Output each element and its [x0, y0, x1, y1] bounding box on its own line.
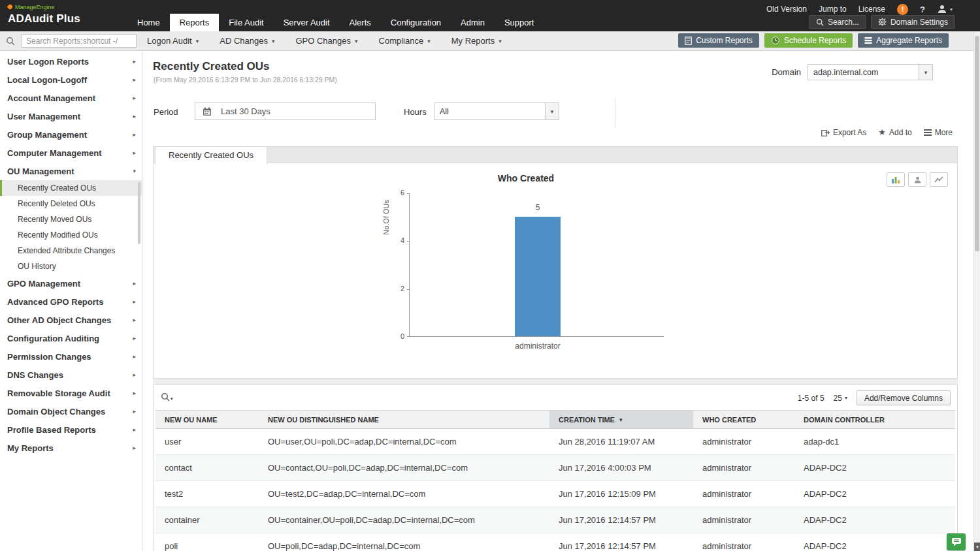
notification-icon[interactable]: ! — [897, 4, 908, 15]
nav-tab-reports[interactable]: Reports — [170, 14, 220, 31]
sidebar-item-removable-storage-audit[interactable]: Removable Storage Audit▸ — [0, 384, 142, 402]
sidebar-item-my-reports[interactable]: My Reports▸ — [0, 439, 142, 457]
sidebar-item-profile-based-reports[interactable]: Profile Based Reports▸ — [0, 420, 142, 439]
add-to-link[interactable]: ★ Add to — [878, 127, 911, 137]
sidebar-item-user-management[interactable]: User Management▸ — [0, 107, 142, 125]
sidebar-item-account-management[interactable]: Account Management▸ — [0, 89, 142, 107]
sidebar-subitem-ou-history[interactable]: OU History — [0, 259, 142, 274]
chart-title: Who Created — [395, 173, 657, 183]
table-search-button[interactable]: ▾ — [161, 392, 173, 401]
jump-to-link[interactable]: Jump to — [819, 5, 847, 14]
sidebar-item-domain-object-changes[interactable]: Domain Object Changes▸ — [0, 402, 142, 420]
custom-reports-label: Custom Reports — [696, 36, 753, 45]
menu-logon-audit[interactable]: Logon Audit▾ — [147, 36, 199, 46]
custom-reports-button[interactable]: Custom Reports — [678, 33, 759, 48]
table-row[interactable]: user OU=user,OU=poli,DC=adap,DC=internal… — [155, 429, 955, 455]
report-search-input[interactable] — [22, 34, 137, 48]
chart-type-bar-button[interactable] — [887, 172, 905, 187]
user-menu[interactable]: ▾ — [937, 4, 953, 14]
sidebar-item-label: Removable Storage Audit — [7, 388, 110, 398]
sidebar-subitem-recently-deleted-ous[interactable]: Recently Deleted OUs — [0, 196, 142, 212]
old-version-link[interactable]: Old Version — [766, 5, 807, 14]
column-header-domain-controller[interactable]: DOMAIN CONTROLLER — [794, 411, 955, 428]
global-search-button[interactable]: Search... — [809, 15, 866, 29]
chevron-right-icon: ▸ — [133, 335, 136, 341]
help-icon[interactable]: ? — [920, 5, 925, 14]
export-as-link[interactable]: Export As — [821, 128, 866, 137]
nav-tab-file-audit[interactable]: File Audit — [219, 14, 273, 31]
chart-bar[interactable] — [515, 217, 561, 336]
sidebar-subitem-extended-attribute-changes[interactable]: Extended Attribute Changes — [0, 243, 142, 259]
sidebar-subitem-recently-modified-ous[interactable]: Recently Modified OUs — [0, 227, 142, 243]
sidebar-subitem-label: Recently Deleted OUs — [18, 199, 95, 208]
sidebar-subitem-label: Recently Modified OUs — [18, 230, 98, 240]
scrollbar-thumb[interactable] — [975, 36, 979, 251]
sidebar-item-configuration-auditing[interactable]: Configuration Auditing▸ — [0, 329, 142, 347]
nav-tab-server-audit[interactable]: Server Audit — [274, 14, 340, 31]
menu-gpo-changes[interactable]: GPO Changes▾ — [295, 36, 357, 46]
tab-recently-created-ous[interactable]: Recently Created OUs — [155, 147, 267, 165]
search-icon[interactable] — [6, 37, 15, 48]
sidebar-subitem-recently-moved-ous[interactable]: Recently Moved OUs — [0, 212, 142, 227]
table-controls: 1-5 of 5 25 ▾ Add/Remove Columns — [798, 390, 951, 405]
more-link[interactable]: More — [924, 128, 953, 137]
nav-tab-alerts[interactable]: Alerts — [340, 14, 381, 31]
sidebar-item-group-management[interactable]: Group Management▸ — [0, 125, 142, 144]
sidebar-item-computer-management[interactable]: Computer Management▸ — [0, 144, 142, 162]
table-row[interactable]: test2 OU=test2,DC=adap,DC=internal,DC=co… — [155, 481, 955, 507]
period-picker[interactable]: Last 30 Days — [195, 102, 376, 120]
nav-tab-support[interactable]: Support — [495, 14, 544, 31]
sidebar-item-local-logon-logoff[interactable]: Local Logon-Logoff▸ — [0, 71, 142, 89]
aggregate-reports-button[interactable]: Aggregate Reports — [858, 33, 949, 48]
column-header-creation-time[interactable]: CREATION TIME ▾ — [549, 411, 693, 428]
aggregate-reports-label: Aggregate Reports — [876, 36, 942, 45]
page-size-select[interactable]: 25 ▾ — [834, 394, 847, 403]
menu-label: AD Changes — [220, 36, 268, 46]
export-as-label: Export As — [833, 128, 866, 137]
report-icon — [685, 37, 692, 45]
report-date-range: (From May 29,2016 6:13:29 PM to Jun 28,2… — [154, 76, 337, 84]
sidebar-item-user-logon-reports[interactable]: User Logon Reports▸ — [0, 52, 142, 71]
brand-logo[interactable]: ManageEngine ADAudit Plus — [8, 3, 80, 25]
sidebar-item-label: My Reports — [7, 443, 54, 453]
sidebar-scrollbar-thumb[interactable] — [138, 182, 140, 244]
sidebar-subitem-recently-created-ous[interactable]: Recently Created OUs — [0, 180, 142, 196]
chevron-right-icon: ▸ — [133, 445, 136, 451]
export-icon — [821, 129, 830, 136]
menu-compliance[interactable]: Compliance▾ — [379, 36, 431, 46]
y-tick-label: 0 — [389, 332, 404, 340]
sidebar-item-other-ad-object-changes[interactable]: Other AD Object Changes▸ — [0, 311, 142, 329]
column-header-new-ou-distinguished-name[interactable]: NEW OU DISTINGUISHED NAME — [259, 411, 549, 428]
chart-attribute-button[interactable] — [908, 172, 926, 187]
table-row[interactable]: poli OU=poli,DC=adap,DC=internal,DC=com … — [155, 533, 955, 551]
domain-select[interactable]: adap.internal.com ▾ — [808, 64, 933, 80]
cell-new-ou-distinguished-name: OU=test2,DC=adap,DC=internal,DC=com — [259, 481, 549, 507]
column-header-who-created[interactable]: WHO CREATED — [693, 411, 794, 428]
domain-settings-button[interactable]: Domain Settings — [871, 15, 955, 29]
add-remove-columns-button[interactable]: Add/Remove Columns — [857, 390, 951, 405]
menu-my-reports[interactable]: My Reports▾ — [451, 36, 502, 46]
table-row[interactable]: container OU=container,OU=poli,DC=adap,D… — [155, 507, 955, 533]
sidebar-item-ou-management[interactable]: OU Management▾ — [0, 162, 142, 180]
nav-tab-admin[interactable]: Admin — [451, 14, 495, 31]
vertical-scrollbar[interactable]: ▾ — [973, 31, 980, 551]
nav-tab-home[interactable]: Home — [127, 14, 170, 31]
sidebar-item-advanced-gpo-reports[interactable]: Advanced GPO Reports▸ — [0, 292, 142, 311]
feedback-chat-button[interactable] — [947, 533, 966, 550]
menu-ad-changes[interactable]: AD Changes▾ — [220, 36, 274, 46]
license-link[interactable]: License — [858, 5, 885, 14]
page-title: Recently Created OUs — [153, 60, 270, 73]
sidebar-item-permission-changes[interactable]: Permission Changes▸ — [0, 347, 142, 366]
chart-type-line-button[interactable] — [930, 172, 948, 187]
sidebar-item-gpo-management[interactable]: GPO Management▸ — [0, 274, 142, 292]
column-header-new-ou-name[interactable]: NEW OU NAME — [155, 411, 259, 428]
cell-new-ou-name: container — [155, 507, 259, 533]
nav-tab-configuration[interactable]: Configuration — [381, 14, 451, 31]
chevron-right-icon: ▸ — [133, 426, 136, 433]
hours-select[interactable]: All ▾ — [434, 102, 559, 120]
schedule-reports-button[interactable]: Schedule Reports — [764, 33, 853, 48]
sidebar-item-dns-changes[interactable]: DNS Changes▸ — [0, 366, 142, 384]
scrollbar-down-arrow[interactable]: ▾ — [974, 543, 980, 551]
table-row[interactable]: contact OU=contact,OU=poli,DC=adap,DC=in… — [155, 455, 955, 481]
manageengine-text: ManageEngine — [15, 4, 55, 10]
